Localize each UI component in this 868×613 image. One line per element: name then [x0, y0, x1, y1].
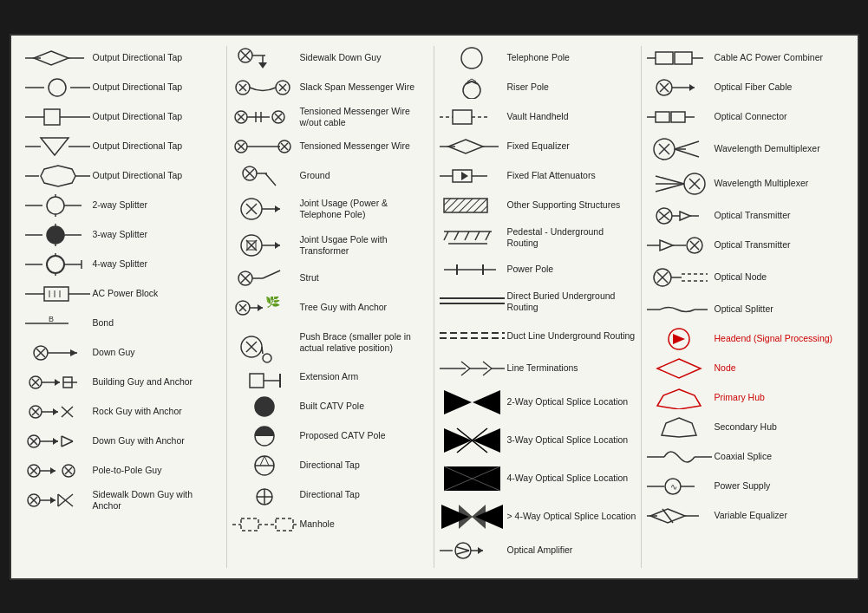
- symbol-proposed-catv: [231, 424, 300, 448]
- list-item: Vault Handheld: [438, 105, 637, 129]
- svg-marker-15: [41, 166, 75, 186]
- symbol-2way-optical: [438, 390, 507, 414]
- list-item: Optical Node: [645, 263, 845, 292]
- svg-line-146: [262, 347, 263, 354]
- list-item: Output Directional Tap: [23, 46, 223, 70]
- item-label: Optical Splitter: [715, 303, 845, 315]
- list-item: Coaxial Splice: [645, 445, 845, 469]
- list-item: 4-Way Optical Splice Location: [438, 462, 637, 495]
- list-item: Optical Connector: [645, 105, 845, 129]
- list-item: Optical Splitter: [645, 297, 845, 322]
- list-item: Directional Tap: [231, 453, 430, 478]
- list-item: Node: [645, 356, 845, 381]
- svg-point-23: [47, 226, 64, 244]
- symbol-sidewalk-guy-anchor: [23, 488, 93, 512]
- item-label: Down Guy with Anchor: [93, 435, 223, 447]
- symbol-triangle: [23, 134, 93, 159]
- list-item: 4-way Splitter: [23, 252, 223, 277]
- list-item: Pedestal - Underground Routing: [438, 223, 637, 252]
- item-label: Push Brace (smaller pole in actual relat…: [300, 331, 430, 353]
- item-label: 2-way Splitter: [93, 199, 223, 211]
- item-label: Other Supporting Structures: [507, 199, 637, 211]
- symbol-diamond: [23, 46, 93, 70]
- svg-marker-10: [41, 138, 69, 155]
- svg-rect-162: [276, 518, 293, 531]
- item-label: Optical Transmitter: [715, 210, 845, 221]
- list-item: Fixed Flat Attenuators: [438, 164, 637, 188]
- symbol-joint-usage: [231, 197, 300, 221]
- item-label: Strut: [300, 272, 430, 284]
- symbol-3way-optical: [438, 428, 507, 453]
- list-item: Optical Fiber Cable: [645, 75, 845, 100]
- item-label: Directional Tap: [300, 489, 430, 500]
- list-item: Built CATV Pole: [231, 395, 430, 419]
- svg-marker-124: [275, 205, 280, 212]
- item-label: Variable Equalizer: [715, 510, 845, 521]
- svg-text:B: B: [49, 315, 54, 323]
- svg-point-145: [263, 354, 271, 362]
- svg-rect-160: [241, 518, 258, 531]
- list-item: Building Guy and Anchor: [23, 370, 223, 395]
- list-item: Output Directional Tap: [23, 134, 223, 159]
- svg-line-246: [656, 184, 684, 192]
- svg-marker-269: [657, 359, 701, 378]
- list-item: Strut: [231, 266, 430, 290]
- svg-rect-231: [656, 112, 669, 122]
- item-label: Joint Usgae Pole with Transformer: [300, 234, 430, 256]
- symbol-vault-handheld: [438, 105, 507, 129]
- list-item: Line Terminations: [438, 356, 637, 381]
- svg-marker-230: [689, 84, 695, 91]
- svg-point-164: [461, 48, 482, 68]
- list-item: Output Directional Tap: [23, 75, 223, 100]
- list-item: > 4-Way Optical Splice Location: [438, 500, 637, 533]
- svg-marker-215: [472, 505, 486, 529]
- item-label: Optical Fiber Cable: [715, 82, 845, 93]
- list-item: Tensioned Messenger Wire w/out cable: [231, 105, 430, 129]
- symbol-telephone-pole: [438, 46, 507, 70]
- list-item: Fixed Equalizer: [438, 134, 637, 159]
- symbol-primary-hub: [645, 386, 715, 410]
- symbol-built-catv: [231, 395, 300, 419]
- svg-marker-65: [53, 438, 58, 445]
- svg-text:∿: ∿: [670, 482, 677, 492]
- svg-rect-223: [675, 52, 692, 64]
- svg-marker-268: [673, 334, 685, 344]
- item-label: Fixed Flat Attenuators: [507, 170, 637, 181]
- item-label: Cable AC Power Combiner: [715, 52, 845, 63]
- symbol-fixed-flat-att: [438, 164, 507, 188]
- item-label: Optical Amplifier: [507, 545, 637, 556]
- svg-point-18: [47, 197, 64, 214]
- svg-rect-35: [44, 287, 69, 301]
- list-item: Rock Guy with Anchor: [23, 400, 223, 424]
- svg-marker-270: [657, 389, 701, 409]
- item-label: Tensioned Messenger Wire w/out cable: [300, 106, 430, 127]
- item-label: 2-Way Optical Splice Location: [507, 396, 637, 408]
- svg-line-240: [675, 149, 699, 157]
- symbol-down-guy: [23, 341, 93, 365]
- item-label: Optical Transmitter: [715, 239, 845, 251]
- svg-marker-90: [258, 62, 267, 68]
- symbol-other-supporting: [438, 193, 507, 218]
- svg-marker-58: [53, 408, 58, 415]
- symbol-pole-pole-guy: [23, 459, 93, 483]
- symbol-4way-splitter: [23, 252, 93, 277]
- symbol-3way-splitter: [23, 223, 93, 247]
- list-item: Slack Span Messenger Wire: [231, 75, 430, 100]
- svg-line-186: [475, 232, 480, 240]
- symbol-directional-tap1: [231, 453, 300, 478]
- item-label: > 4-Way Optical Splice Location: [507, 511, 637, 522]
- svg-line-66: [62, 436, 73, 441]
- list-item: 2-Way Optical Splice Location: [438, 386, 637, 419]
- list-item: Joint Usgae Pole with Transformer: [231, 230, 430, 261]
- symbol-direct-buried: [438, 290, 507, 314]
- list-item: Down Guy with Anchor: [23, 429, 223, 453]
- item-label: Down Guy: [93, 347, 223, 358]
- symbol-tree-guy: 🌿: [231, 296, 300, 320]
- legend-container: Output Directional Tap Output Directiona…: [10, 34, 859, 580]
- list-item: Direct Buried Underground Routing: [438, 287, 637, 316]
- symbol-bond: B: [23, 311, 93, 336]
- list-item: Optical Amplifier: [438, 538, 637, 563]
- symbol-building-guy: [23, 370, 93, 395]
- list-item: Down Guy: [23, 341, 223, 365]
- symbol-power-supply: ∿: [645, 474, 715, 499]
